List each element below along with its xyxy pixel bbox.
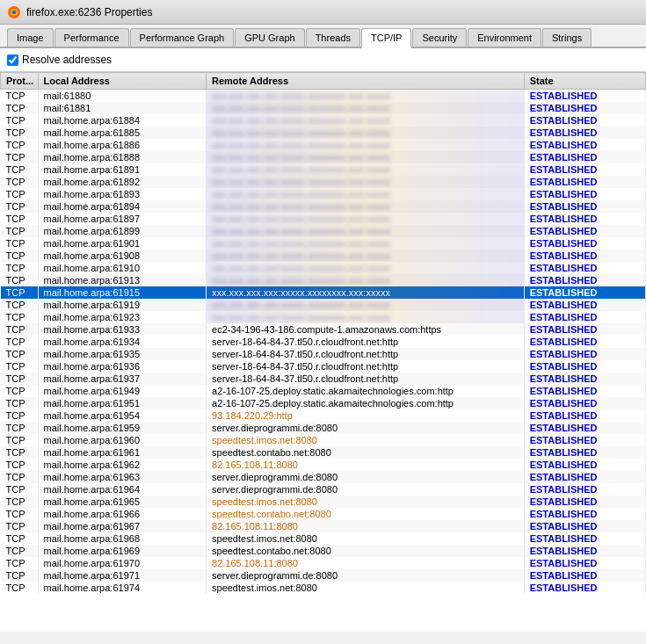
table-row[interactable]: TCPmail.home.arpa:61969speedtest.contabo… — [1, 545, 646, 557]
table-row[interactable]: TCPmail.home.arpa:6196782.165.108.11:808… — [1, 520, 646, 532]
cell-state: ESTABLISHED — [524, 139, 645, 151]
cell-state: ESTABLISHED — [524, 557, 645, 569]
cell-local: mail.home.arpa:61964 — [38, 483, 206, 496]
table-row[interactable]: TCPmail.home.arpa:61960speedtest.imos.ne… — [1, 434, 646, 446]
table-row[interactable]: TCPmail.home.arpa:6197082.165.108.11:808… — [1, 557, 646, 569]
table-row[interactable]: TCPmail.home.arpa:61913xxx.xxx.xxx.xxx:x… — [1, 274, 646, 286]
cell-remote: server-18-64-84-37.tl50.r.cloudfront.net… — [207, 348, 525, 360]
cell-local: mail.home.arpa:61888 — [38, 151, 206, 163]
cell-protocol: TCP — [1, 373, 39, 385]
cell-remote: speedtest.imos.net:8080 — [207, 434, 525, 446]
cell-state: ESTABLISHED — [524, 250, 645, 262]
cell-state: ESTABLISHED — [524, 213, 645, 225]
cell-state: ESTABLISHED — [524, 163, 645, 176]
table-row[interactable]: TCPmail.home.arpa:61936server-18-64-84-3… — [1, 360, 646, 373]
table-row[interactable]: TCPmail.home.arpa:61884xxx.xxx.xxx.xxx:x… — [1, 114, 646, 127]
table-row[interactable]: TCPmail.home.arpa:61961speedtest.contabo… — [1, 446, 646, 459]
table-row[interactable]: TCPmail.home.arpa:61919xxx.xxx.xxx.xxx:x… — [1, 299, 646, 311]
cell-local: mail.home.arpa:61934 — [38, 336, 206, 348]
tab-performance[interactable]: Performance — [54, 28, 129, 47]
table-row[interactable]: TCPmail.home.arpa:61934server-18-64-84-3… — [1, 336, 646, 348]
table-row[interactable]: TCPmail.home.arpa:61966speedtest.contabo… — [1, 508, 646, 520]
table-row[interactable]: TCPmail.home.arpa:61965speedtest.imos.ne… — [1, 496, 646, 508]
table-row[interactable]: TCPmail.home.arpa:61951a2-16-107-25.depl… — [1, 397, 646, 409]
table-row[interactable]: TCPmail.home.arpa:61971server.dieprogram… — [1, 569, 646, 582]
table-row[interactable]: TCPmail.home.arpa:61910xxx.xxx.xxx.xxx:x… — [1, 262, 646, 274]
table-row[interactable]: TCPmail.home.arpa:61923xxx.xxx.xxx.xxx:x… — [1, 311, 646, 323]
tab-bar: Image Performance Performance Graph GPU … — [0, 25, 646, 48]
cell-protocol: TCP — [1, 360, 39, 373]
cell-protocol: TCP — [1, 200, 39, 213]
cell-protocol: TCP — [1, 532, 39, 545]
table-row[interactable]: TCPmail.home.arpa:61937server-18-64-84-3… — [1, 373, 646, 385]
col-local: Local Address — [38, 73, 206, 90]
table-row[interactable]: TCPmail.home.arpa:61933ec2-34-196-43-186… — [1, 323, 646, 336]
cell-local: mail.home.arpa:61894 — [38, 200, 206, 213]
cell-local: mail.home.arpa:61967 — [38, 520, 206, 532]
cell-state: ESTABLISHED — [524, 471, 645, 483]
cell-local: mail.home.arpa:61969 — [38, 545, 206, 557]
cell-protocol: TCP — [1, 557, 39, 569]
table-row[interactable]: TCPmail:61880xxx.xxx.xxx.xxx:xxxxx.xxxxx… — [1, 90, 646, 103]
cell-local: mail:61880 — [38, 90, 206, 103]
cell-state: ESTABLISHED — [524, 102, 645, 114]
table-row[interactable]: TCPmail.home.arpa:61963server.dieprogram… — [1, 471, 646, 483]
cell-protocol: TCP — [1, 385, 39, 397]
table-row[interactable]: TCPmail.home.arpa:61897xxx.xxx.xxx.xxx:x… — [1, 213, 646, 225]
table-row[interactable]: TCPmail.home.arpa:61893xxx.xxx.xxx.xxx:x… — [1, 188, 646, 200]
tab-environment[interactable]: Environment — [468, 28, 541, 47]
cell-remote: ec2-34-196-43-186.compute-1.amazonaws.co… — [207, 323, 525, 336]
cell-state: ESTABLISHED — [524, 459, 645, 471]
tab-threads[interactable]: Threads — [306, 28, 360, 47]
resolve-addresses-checkbox[interactable] — [7, 54, 18, 66]
table-row[interactable]: TCPmail.home.arpa:61885xxx.xxx.xxx.xxx:x… — [1, 127, 646, 139]
table-row[interactable]: TCPmail.home.arpa:61968speedtest.imos.ne… — [1, 532, 646, 545]
table-row[interactable]: TCPmail.home.arpa:61888xxx.xxx.xxx.xxx:x… — [1, 151, 646, 163]
table-row[interactable]: TCPmail.home.arpa:61901xxx.xxx.xxx.xxx:x… — [1, 237, 646, 250]
table-row[interactable]: TCPmail.home.arpa:61899xxx.xxx.xxx.xxx:x… — [1, 225, 646, 237]
table-row[interactable]: TCPmail.home.arpa:61894xxx.xxx.xxx.xxx:x… — [1, 200, 646, 213]
table-row[interactable]: TCPmail.home.arpa:6195493.184.220.29:htt… — [1, 409, 646, 422]
tab-security[interactable]: Security — [412, 28, 467, 47]
tcp-table: Prot... Local Address Remote Address Sta… — [0, 72, 646, 594]
cell-state: ESTABLISHED — [524, 311, 645, 323]
cell-state: ESTABLISHED — [524, 176, 645, 188]
cell-remote: speedtest.imos.net:8080 — [207, 496, 525, 508]
table-row[interactable]: TCPmail.home.arpa:61886xxx.xxx.xxx.xxx:x… — [1, 139, 646, 151]
cell-protocol: TCP — [1, 286, 39, 299]
resolve-addresses-label[interactable]: Resolve addresses — [22, 54, 112, 66]
table-row[interactable]: TCPmail.home.arpa:61949a2-16-107-25.depl… — [1, 385, 646, 397]
tab-image[interactable]: Image — [7, 28, 54, 47]
table-row[interactable]: TCPmail.home.arpa:61915xxx.xxx.xxx.xxx:x… — [1, 286, 646, 299]
cell-state: ESTABLISHED — [524, 188, 645, 200]
table-row[interactable]: TCPmail.home.arpa:61974speedtest.imos.ne… — [1, 582, 646, 594]
table-row[interactable]: TCPmail.home.arpa:61959server.dieprogram… — [1, 422, 646, 434]
table-row[interactable]: TCPmail.home.arpa:61891xxx.xxx.xxx.xxx:x… — [1, 163, 646, 176]
firefox-icon — [7, 5, 21, 19]
cell-remote: xxx.xxx.xxx.xxx:xxxxx.xxxxxxxx.xxx:xxxxx — [207, 139, 525, 151]
cell-state: ESTABLISHED — [524, 496, 645, 508]
table-body: TCPmail:61880xxx.xxx.xxx.xxx:xxxxx.xxxxx… — [1, 90, 646, 595]
table-row[interactable]: TCPmail.home.arpa:61908xxx.xxx.xxx.xxx:x… — [1, 250, 646, 262]
tab-performance-graph[interactable]: Performance Graph — [130, 28, 235, 47]
cell-protocol: TCP — [1, 225, 39, 237]
table-row[interactable]: TCPmail.home.arpa:61935server-18-64-84-3… — [1, 348, 646, 360]
cell-remote: 82.165.108.11:8080 — [207, 520, 525, 532]
cell-local: mail.home.arpa:61961 — [38, 446, 206, 459]
cell-local: mail.home.arpa:61885 — [38, 127, 206, 139]
cell-protocol: TCP — [1, 434, 39, 446]
cell-state: ESTABLISHED — [524, 262, 645, 274]
cell-protocol: TCP — [1, 237, 39, 250]
cell-protocol: TCP — [1, 163, 39, 176]
cell-protocol: TCP — [1, 127, 39, 139]
tab-gpu-graph[interactable]: GPU Graph — [235, 28, 304, 47]
tab-tcpip[interactable]: TCP/IP — [361, 28, 411, 48]
cell-state: ESTABLISHED — [524, 569, 645, 582]
table-row[interactable]: TCPmail.home.arpa:61964server.dieprogram… — [1, 483, 646, 496]
table-row[interactable]: TCPmail.home.arpa:61892xxx.xxx.xxx.xxx:x… — [1, 176, 646, 188]
cell-protocol: TCP — [1, 114, 39, 127]
table-row[interactable]: TCPmail.home.arpa:6196282.165.108.11:808… — [1, 459, 646, 471]
cell-protocol: TCP — [1, 471, 39, 483]
tab-strings[interactable]: Strings — [542, 28, 592, 47]
table-row[interactable]: TCPmail:61881xxx.xxx.xxx.xxx:xxxxx.xxxxx… — [1, 102, 646, 114]
